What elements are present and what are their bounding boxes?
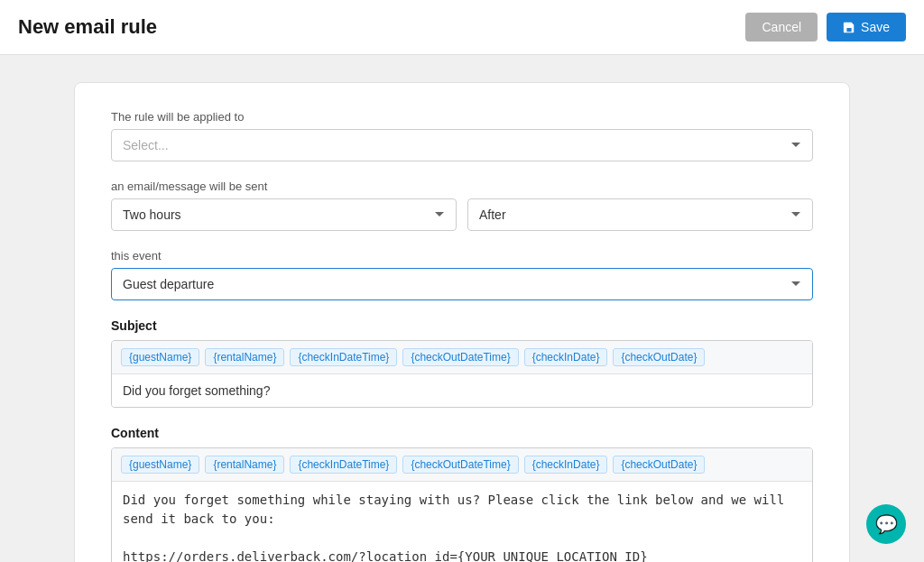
subject-token-checkindate[interactable]: {checkInDate} bbox=[524, 348, 608, 366]
email-sent-section: an email/message will be sent Two hours … bbox=[111, 180, 813, 231]
content-token-guestname[interactable]: {guestName} bbox=[121, 456, 199, 474]
subject-label: Subject bbox=[111, 318, 813, 333]
subject-token-guestname[interactable]: {guestName} bbox=[121, 348, 199, 366]
save-icon bbox=[843, 21, 855, 33]
subject-token-checkoutdatetime[interactable]: {checkOutDateTime} bbox=[402, 348, 518, 366]
event-label: this event bbox=[111, 249, 813, 263]
event-select[interactable]: Guest departure Guest arrival Booking co… bbox=[111, 268, 813, 300]
after-before-select[interactable]: After Before bbox=[467, 198, 813, 231]
content-token-rentalname[interactable]: {rentalName} bbox=[205, 456, 284, 474]
chat-widget[interactable]: 💬 bbox=[866, 504, 906, 544]
event-select-wrapper: Guest departure Guest arrival Booking co… bbox=[111, 268, 813, 300]
save-label: Save bbox=[861, 20, 890, 34]
subject-input[interactable] bbox=[112, 374, 812, 407]
header-actions: Cancel Save bbox=[745, 13, 906, 41]
content-token-checkoutdatetime[interactable]: {checkOutDateTime} bbox=[402, 456, 518, 474]
content-token-checkindatetime[interactable]: {checkInDateTime} bbox=[290, 456, 397, 474]
content-label: Content bbox=[111, 426, 813, 440]
content-token-area: {guestName} {rentalName} {checkInDateTim… bbox=[111, 447, 813, 562]
page-content: The rule will be applied to Select... an… bbox=[56, 55, 868, 562]
email-sent-label: an email/message will be sent bbox=[111, 180, 813, 193]
content-token-bar: {guestName} {rentalName} {checkInDateTim… bbox=[112, 448, 812, 482]
applied-to-label: The rule will be applied to bbox=[111, 110, 813, 124]
chat-icon: 💬 bbox=[875, 513, 898, 535]
content-token-checkoutdate[interactable]: {checkOutDate} bbox=[613, 456, 705, 474]
applied-to-select[interactable]: Select... bbox=[111, 129, 813, 161]
subject-token-checkindatetime[interactable]: {checkInDateTime} bbox=[290, 348, 397, 366]
timing-select[interactable]: Two hours Immediately One hour Three hou… bbox=[111, 198, 457, 231]
content-token-checkindate[interactable]: {checkInDate} bbox=[524, 456, 608, 474]
subject-token-checkoutdate[interactable]: {checkOutDate} bbox=[613, 348, 705, 366]
subject-token-area: {guestName} {rentalName} {checkInDateTim… bbox=[111, 340, 813, 408]
page-header: New email rule Cancel Save bbox=[0, 0, 924, 55]
cancel-button[interactable]: Cancel bbox=[745, 13, 818, 41]
form-card: The rule will be applied to Select... an… bbox=[74, 82, 850, 562]
content-section: Content {guestName} {rentalName} {checkI… bbox=[111, 426, 813, 562]
timing-row: Two hours Immediately One hour Three hou… bbox=[111, 198, 813, 231]
applied-to-section: The rule will be applied to Select... bbox=[111, 110, 813, 161]
subject-token-bar: {guestName} {rentalName} {checkInDateTim… bbox=[112, 341, 812, 374]
save-button[interactable]: Save bbox=[827, 13, 906, 41]
subject-section: Subject {guestName} {rentalName} {checkI… bbox=[111, 318, 813, 408]
subject-token-rentalname[interactable]: {rentalName} bbox=[205, 348, 284, 366]
event-section: this event Guest departure Guest arrival… bbox=[111, 249, 813, 300]
content-textarea[interactable]: Did you forget something while staying w… bbox=[112, 482, 812, 562]
page-title: New email rule bbox=[18, 15, 157, 39]
